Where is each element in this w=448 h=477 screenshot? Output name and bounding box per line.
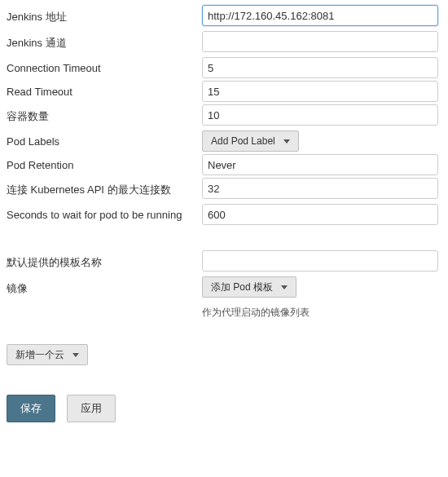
label-read-timeout: Read Timeout [7, 81, 202, 103]
input-container-cap[interactable] [202, 104, 438, 126]
save-button[interactable]: 保存 [7, 395, 55, 422]
add-cloud-button[interactable]: 新增一个云 [7, 344, 88, 365]
input-jenkins-tunnel[interactable] [202, 31, 438, 52]
footer-buttons: 保存 应用 [7, 395, 448, 422]
select-pod-retention[interactable] [202, 154, 438, 175]
add-cloud-text: 新增一个云 [15, 348, 64, 362]
input-default-template[interactable] [202, 250, 438, 272]
add-pod-label-button[interactable]: Add Pod Label [202, 130, 299, 152]
row-container-cap: 容器数量 [7, 104, 448, 129]
chevron-down-icon [283, 139, 290, 144]
label-container-cap: 容器数量 [7, 104, 202, 129]
input-wait-pod[interactable] [202, 204, 438, 225]
label-max-conn: 连接 Kubernetes API 的最大连接数 [7, 178, 202, 202]
images-help-text: 作为代理启动的镜像列表 [202, 306, 448, 320]
row-images: 镜像 添加 Pod 模板 [7, 276, 448, 301]
row-max-conn: 连接 Kubernetes API 的最大连接数 [7, 178, 448, 202]
label-jenkins-tunnel: Jenkins 通道 [7, 31, 202, 55]
add-pod-template-text: 添加 Pod 模板 [211, 280, 273, 294]
input-conn-timeout[interactable] [202, 57, 438, 78]
label-pod-labels: Pod Labels [7, 130, 202, 152]
label-default-template: 默认提供的模板名称 [7, 250, 202, 275]
row-default-template: 默认提供的模板名称 [7, 250, 448, 275]
chevron-down-icon [72, 353, 79, 357]
input-max-conn[interactable] [202, 178, 438, 199]
row-pod-labels: Pod Labels Add Pod Label [7, 130, 448, 152]
label-wait-pod: Seconds to wait for pod to be running [7, 204, 202, 226]
label-images: 镜像 [7, 276, 202, 301]
input-jenkins-url[interactable] [202, 5, 438, 26]
label-pod-retention: Pod Retention [7, 154, 202, 176]
label-conn-timeout: Connection Timeout [7, 57, 202, 79]
row-read-timeout: Read Timeout [7, 81, 448, 103]
apply-button[interactable]: 应用 [67, 395, 116, 422]
input-read-timeout[interactable] [202, 81, 438, 102]
label-jenkins-url: Jenkins 地址 [7, 5, 202, 29]
add-pod-template-button[interactable]: 添加 Pod 模板 [202, 276, 296, 298]
add-pod-label-text: Add Pod Label [211, 135, 275, 147]
row-pod-retention: Pod Retention [7, 154, 448, 176]
row-conn-timeout: Connection Timeout [7, 57, 448, 79]
row-jenkins-url: Jenkins 地址 [7, 5, 448, 29]
row-wait-pod: Seconds to wait for pod to be running [7, 204, 448, 226]
row-jenkins-tunnel: Jenkins 通道 [7, 31, 448, 55]
chevron-down-icon [281, 285, 288, 289]
